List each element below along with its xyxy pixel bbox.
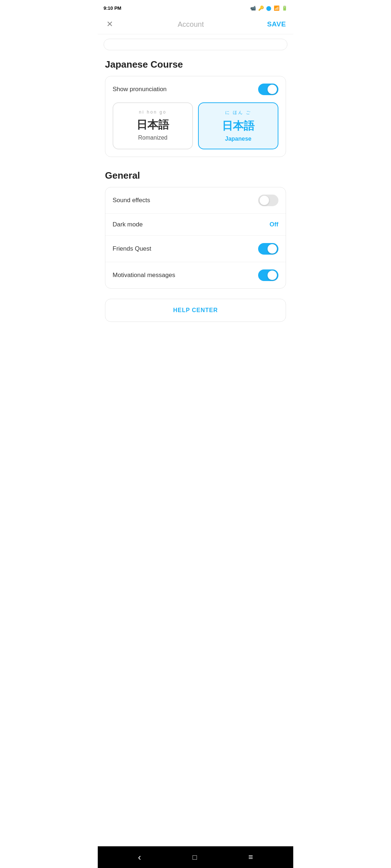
show-pronunciation-row: Show pronunciation [113, 84, 278, 95]
toggle-knob [268, 85, 277, 94]
motivational-messages-row: Motivational messages [105, 262, 286, 288]
romanized-kanji: 日本語 [136, 118, 169, 132]
general-section: General Sound effects Dark mode Off Frie… [98, 161, 293, 293]
general-card: Sound effects Dark mode Off Friends Ques… [105, 187, 286, 289]
bottom-spacer [98, 328, 293, 357]
romanized-option[interactable]: ni hon go 日本語 Romanized [113, 102, 193, 149]
dark-mode-value[interactable]: Off [269, 221, 278, 228]
wifi-icon: 📶 [274, 5, 279, 11]
help-center-card[interactable]: HELP CENTER [105, 299, 286, 322]
romanized-small-text: ni hon go [139, 110, 167, 115]
japanese-name: Japanese [225, 136, 252, 142]
friends-quest-row: Friends Quest [105, 236, 286, 262]
close-button[interactable]: ✕ [105, 18, 114, 30]
status-bar: 9:10 PM 📹 🔑 ⬤ 📶 🔋 [98, 0, 293, 14]
japanese-course-card: Show pronunciation ni hon go 日本語 Romaniz… [105, 76, 286, 157]
friends-quest-label: Friends Quest [113, 245, 151, 252]
save-button[interactable]: SAVE [267, 20, 286, 28]
japanese-course-title: Japanese Course [105, 59, 286, 70]
friends-quest-toggle[interactable] [258, 243, 278, 255]
truncated-top-card [104, 39, 287, 50]
romanized-name: Romanized [138, 135, 168, 141]
page-title: Account [178, 20, 204, 29]
key-icon: 🔑 [258, 5, 264, 11]
bluetooth-icon: ⬤ [266, 5, 272, 11]
script-options: ni hon go 日本語 Romanized に ほん ご 日本語 Japan… [113, 102, 278, 149]
general-title: General [105, 170, 286, 181]
japanese-kanji: 日本語 [222, 119, 255, 133]
toggle-knob-sound [260, 196, 269, 205]
motivational-messages-label: Motivational messages [113, 272, 175, 279]
status-icons: 📹 🔑 ⬤ 📶 🔋 [250, 5, 287, 11]
japanese-option[interactable]: に ほん ご 日本語 Japanese [198, 102, 278, 149]
toggle-knob-motivational [268, 271, 277, 280]
sound-effects-row: Sound effects [105, 187, 286, 214]
motivational-messages-toggle[interactable] [258, 269, 278, 281]
japanese-course-section: Japanese Course Show pronunciation ni ho… [98, 50, 293, 161]
japanese-small-text: に ほん ご [225, 110, 252, 116]
show-pronunciation-toggle[interactable] [258, 84, 278, 95]
sound-effects-label: Sound effects [113, 197, 150, 204]
header: ✕ Account SAVE [98, 14, 293, 34]
video-icon: 📹 [250, 5, 256, 11]
sound-effects-toggle[interactable] [258, 195, 278, 206]
show-pronunciation-label: Show pronunciation [113, 86, 167, 93]
dark-mode-label: Dark mode [113, 221, 143, 228]
toggle-knob-friends [268, 244, 277, 254]
status-time: 9:10 PM [104, 5, 121, 11]
battery-icon: 🔋 [282, 5, 287, 11]
help-center-label[interactable]: HELP CENTER [173, 307, 218, 313]
dark-mode-row: Dark mode Off [105, 214, 286, 236]
